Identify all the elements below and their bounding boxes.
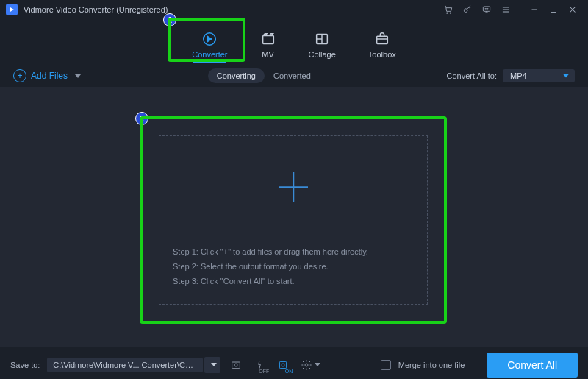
- plus-circle-icon: [13, 69, 26, 82]
- svg-point-3: [464, 9, 467, 13]
- format-dropdown[interactable]: MP4: [503, 69, 575, 82]
- save-to-label: Save to:: [10, 361, 40, 369]
- svg-point-6: [487, 8, 487, 9]
- chevron-down-icon: [315, 363, 320, 366]
- svg-point-16: [282, 364, 284, 366]
- add-files-button[interactable]: Add Files: [13, 69, 81, 82]
- svg-point-7: [487, 8, 488, 9]
- annotation-highlight-1: [168, 18, 245, 62]
- close-icon[interactable]: [564, 2, 581, 17]
- tab-label: Collage: [309, 50, 336, 59]
- svg-point-5: [485, 8, 486, 9]
- titlebar: Vidmore Video Converter (Unregistered): [0, 0, 588, 19]
- svg-point-2: [450, 13, 451, 14]
- merge-checkbox[interactable]: [381, 360, 391, 370]
- svg-point-14: [234, 364, 237, 366]
- svg-rect-8: [551, 7, 556, 13]
- subtab-converted[interactable]: Converted: [265, 68, 320, 83]
- high-speed-on-icon[interactable]: ON: [275, 357, 291, 373]
- maximize-icon[interactable]: [545, 2, 562, 17]
- main-area: Step 1: Click "+" to add files or drag t…: [0, 87, 588, 347]
- app-logo: [6, 4, 18, 15]
- window-title: Vidmore Video Converter (Unregistered): [24, 5, 168, 14]
- minimize-icon[interactable]: [526, 2, 542, 17]
- merge-label: Merge into one file: [398, 361, 465, 369]
- subtab-converting[interactable]: Converting: [208, 68, 265, 83]
- sub-tabs: Converting Converted: [208, 68, 320, 83]
- svg-rect-13: [232, 362, 240, 369]
- convert-all-to: Convert All to: MP4: [447, 69, 575, 82]
- chevron-down-icon: [211, 363, 217, 366]
- settings-icon[interactable]: [298, 357, 315, 373]
- save-path-dropdown[interactable]: [204, 357, 220, 373]
- footer: Save to: C:\Vidmore\Vidmore V... Convert…: [0, 347, 588, 379]
- svg-point-1: [446, 13, 448, 14]
- open-folder-icon[interactable]: [228, 357, 244, 373]
- key-icon[interactable]: [459, 2, 476, 17]
- tab-toolbox[interactable]: Toolbox: [368, 31, 396, 62]
- annotation-highlight-2: [140, 116, 447, 324]
- cart-icon[interactable]: [440, 2, 456, 17]
- hw-accel-off-icon[interactable]: OFF: [251, 357, 268, 373]
- feedback-icon[interactable]: [478, 2, 495, 17]
- svg-rect-10: [262, 35, 273, 43]
- save-path-field[interactable]: C:\Vidmore\Vidmore V... Converter\Conver…: [47, 358, 203, 372]
- tab-label: Toolbox: [368, 50, 396, 59]
- convert-all-to-label: Convert All to:: [447, 71, 497, 80]
- chevron-down-icon: [563, 74, 569, 78]
- svg-rect-12: [376, 36, 387, 43]
- chevron-down-icon: [75, 74, 81, 78]
- svg-point-17: [305, 364, 308, 366]
- divider: [520, 4, 520, 15]
- sub-toolbar: Add Files Converting Converted Convert A…: [0, 65, 588, 87]
- svg-marker-0: [10, 7, 14, 12]
- svg-rect-15: [280, 361, 287, 368]
- tab-label: MV: [262, 50, 274, 59]
- add-files-label: Add Files: [31, 71, 68, 81]
- menu-icon[interactable]: [498, 2, 514, 17]
- convert-all-button[interactable]: Convert All: [487, 353, 578, 378]
- format-value: MP4: [510, 71, 527, 80]
- tab-mv[interactable]: MV: [260, 31, 276, 62]
- tab-collage[interactable]: Collage: [309, 31, 336, 62]
- main-tabs: Converter MV Collage Toolbox: [0, 19, 588, 65]
